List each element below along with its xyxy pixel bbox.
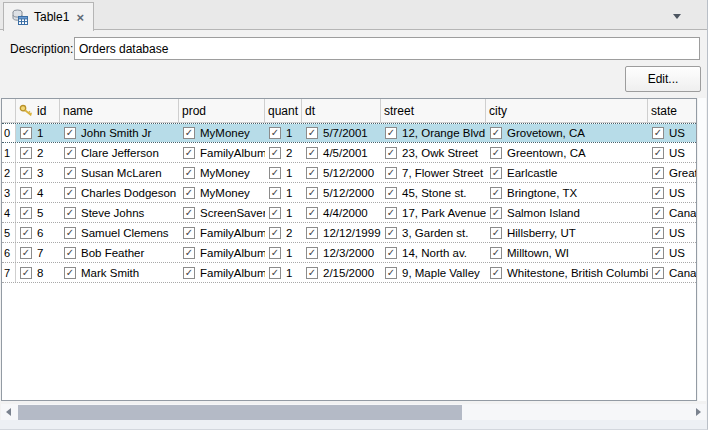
scroll-left-arrow-icon[interactable] [6,408,11,416]
table-row[interactable]: 2✓3✓Susan McLaren✓MyMoney✓1✓5/12/2000✓7,… [2,163,696,183]
cell-checkbox[interactable]: ✓ [385,167,397,179]
cell-checkbox[interactable]: ✓ [20,167,32,179]
cell-checkbox[interactable]: ✓ [183,207,195,219]
cell-checkbox[interactable]: ✓ [652,227,664,239]
cell-checkbox[interactable]: ✓ [652,187,664,199]
table-row[interactable]: 0✓1✓John Smith Jr✓MyMoney✓1✓5/7/2001✓12,… [2,123,696,143]
cell-checkbox[interactable]: ✓ [385,187,397,199]
tab-close-icon[interactable]: × [75,11,85,24]
table-row[interactable]: 4✓5✓Steve Johns✓ScreenSaver✓1✓4/4/2000✓1… [2,203,696,223]
cell-checkbox[interactable]: ✓ [269,267,281,279]
row-number-cell[interactable]: 2 [2,163,16,182]
tab-table1[interactable]: Table1 × [3,2,94,31]
cell-checkbox[interactable]: ✓ [490,227,502,239]
cell-checkbox[interactable]: ✓ [385,147,397,159]
row-number-cell[interactable]: 1 [2,143,16,162]
cell-checkbox[interactable]: ✓ [269,207,281,219]
cell-checkbox[interactable]: ✓ [64,207,76,219]
cell-checkbox[interactable]: ✓ [490,207,502,219]
cell-checkbox[interactable]: ✓ [269,147,281,159]
column-header-id[interactable]: id [16,99,60,122]
cell-checkbox[interactable]: ✓ [269,187,281,199]
cell-checkbox[interactable]: ✓ [269,167,281,179]
cell-checkbox[interactable]: ✓ [490,267,502,279]
cell-checkbox[interactable]: ✓ [20,127,32,139]
cell-checkbox[interactable]: ✓ [183,227,195,239]
cell-checkbox[interactable]: ✓ [306,247,318,259]
cell-checkbox[interactable]: ✓ [490,247,502,259]
column-header-street[interactable]: street [381,99,486,122]
cell-checkbox[interactable]: ✓ [64,187,76,199]
cell-checkbox[interactable]: ✓ [306,127,318,139]
cell-checkbox[interactable]: ✓ [20,187,32,199]
cell-checkbox[interactable]: ✓ [64,167,76,179]
cell-checkbox[interactable]: ✓ [306,227,318,239]
cell-checkbox[interactable]: ✓ [64,267,76,279]
cell-checkbox[interactable]: ✓ [20,227,32,239]
table-row[interactable]: 3✓4✓Charles Dodgeson✓MyMoney✓1✓5/12/2000… [2,183,696,203]
cell-checkbox[interactable]: ✓ [652,207,664,219]
cell-checkbox[interactable]: ✓ [64,227,76,239]
horizontal-scrollbar-thumb[interactable] [18,405,462,420]
cell-checkbox[interactable]: ✓ [490,187,502,199]
table-row[interactable]: 5✓6✓Samuel Clemens✓FamilyAlbum✓2✓12/12/1… [2,223,696,243]
cell-checkbox[interactable]: ✓ [306,207,318,219]
column-header-quant[interactable]: quant [265,99,302,122]
cell-checkbox[interactable]: ✓ [20,147,32,159]
cell-checkbox[interactable]: ✓ [385,247,397,259]
cell-checkbox[interactable]: ✓ [20,207,32,219]
cell-checkbox[interactable]: ✓ [64,127,76,139]
edit-button[interactable]: Edit... [625,66,701,92]
column-header-dt[interactable]: dt [302,99,381,122]
cell-checkbox[interactable]: ✓ [183,187,195,199]
cell-checkbox[interactable]: ✓ [490,127,502,139]
cell-checkbox[interactable]: ✓ [652,167,664,179]
cell-checkbox[interactable]: ✓ [652,147,664,159]
row-number-cell[interactable]: 7 [2,263,16,282]
cell-prod: ✓FamilyAlbum [179,263,265,282]
column-header-name[interactable]: name [60,99,179,122]
row-number-cell[interactable]: 6 [2,243,16,262]
cell-checkbox[interactable]: ✓ [269,127,281,139]
tab-list-dropdown-icon[interactable] [673,14,681,19]
scroll-right-arrow-icon[interactable] [696,408,701,416]
cell-checkbox[interactable]: ✓ [306,267,318,279]
cell-checkbox[interactable]: ✓ [652,267,664,279]
row-number-cell[interactable]: 0 [2,124,16,142]
cell-checkbox[interactable]: ✓ [652,127,664,139]
row-number-cell[interactable]: 4 [2,203,16,222]
cell-checkbox[interactable]: ✓ [385,227,397,239]
cell-checkbox[interactable]: ✓ [490,167,502,179]
cell-checkbox[interactable]: ✓ [306,187,318,199]
cell-checkbox[interactable]: ✓ [183,247,195,259]
table-row[interactable]: 7✓8✓Mark Smith✓FamilyAlbum✓1✓2/15/2000✓9… [2,263,696,283]
cell-checkbox[interactable]: ✓ [64,247,76,259]
table-row[interactable]: 1✓2✓Clare Jefferson✓FamilyAlbum✓2✓4/5/20… [2,143,696,163]
cell-checkbox[interactable]: ✓ [183,167,195,179]
column-header-label: state [651,104,677,118]
cell-checkbox[interactable]: ✓ [64,147,76,159]
cell-checkbox[interactable]: ✓ [385,207,397,219]
cell-checkbox[interactable]: ✓ [20,247,32,259]
column-header-state[interactable]: state [648,99,697,122]
description-input[interactable] [74,37,700,60]
cell-checkbox[interactable]: ✓ [385,267,397,279]
horizontal-scrollbar[interactable] [1,404,706,421]
cell-checkbox[interactable]: ✓ [20,267,32,279]
cell-checkbox[interactable]: ✓ [269,227,281,239]
column-header-city[interactable]: city [486,99,648,122]
column-header-prod[interactable]: prod [179,99,265,122]
cell-checkbox[interactable]: ✓ [490,147,502,159]
cell-checkbox[interactable]: ✓ [183,267,195,279]
cell-checkbox[interactable]: ✓ [306,167,318,179]
cell-checkbox[interactable]: ✓ [183,127,195,139]
cell-checkbox[interactable]: ✓ [269,247,281,259]
cell-checkbox[interactable]: ✓ [385,127,397,139]
cell-checkbox[interactable]: ✓ [183,147,195,159]
table-row[interactable]: 6✓7✓Bob Feather✓FamilyAlbum✓1✓12/3/2000✓… [2,243,696,263]
cell-checkbox[interactable]: ✓ [306,147,318,159]
row-number-cell[interactable]: 5 [2,223,16,242]
row-number-cell[interactable]: 3 [2,183,16,202]
bottom-strip [0,420,707,429]
cell-checkbox[interactable]: ✓ [652,247,664,259]
